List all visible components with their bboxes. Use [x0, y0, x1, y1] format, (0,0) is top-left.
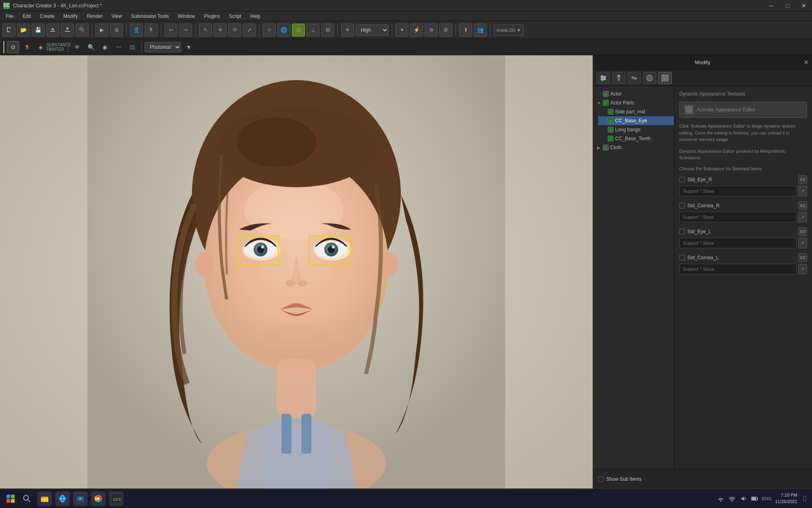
checkbox-cc-base-teeth[interactable]: ✓: [608, 136, 613, 141]
checkbox-actor[interactable]: ✓: [603, 91, 609, 97]
checkbox-std-cornea-r[interactable]: [679, 203, 685, 208]
snap-button[interactable]: ⊞: [321, 24, 334, 37]
wifi-icon[interactable]: [728, 495, 736, 503]
undo-button[interactable]: ↩: [164, 24, 177, 37]
maximize-button[interactable]: □: [780, 0, 796, 11]
tab-checker[interactable]: [658, 72, 672, 84]
world-button[interactable]: 🌐: [277, 24, 290, 37]
cloth-btn[interactable]: ◈: [35, 41, 47, 53]
viewport[interactable]: [0, 55, 593, 488]
render-arrow[interactable]: ▼: [183, 41, 195, 53]
redo-button[interactable]: ↪: [179, 24, 192, 37]
save-button[interactable]: 💾: [32, 24, 45, 37]
checkbox-long-bangs[interactable]: ✓: [608, 127, 613, 132]
people-button[interactable]: 👥: [474, 24, 487, 37]
export2-btn[interactable]: ⊡: [126, 41, 138, 53]
link-btn-std-cornea-r[interactable]: [798, 201, 807, 210]
clone-button[interactable]: ⧉: [110, 24, 123, 37]
link-btn-std-cornea-l[interactable]: [798, 253, 807, 262]
input-std-cornea-r[interactable]: [679, 212, 797, 222]
checkbox-cloth[interactable]: ✓: [603, 145, 609, 150]
menu-edit[interactable]: Edit: [18, 13, 35, 20]
export-btn-std-eye-l[interactable]: ↗: [798, 238, 807, 248]
modify-mode-btn[interactable]: ⚙: [7, 41, 19, 53]
search-button[interactable]: [19, 491, 34, 506]
settings-button[interactable]: ⚙: [439, 24, 452, 37]
export-button[interactable]: [61, 24, 74, 37]
select-button[interactable]: ↖: [199, 24, 212, 37]
input-std-cornea-l[interactable]: [679, 264, 797, 274]
input-std-eye-l[interactable]: [679, 238, 797, 248]
origin-button[interactable]: ⊡: [292, 24, 305, 37]
open-button[interactable]: 📂: [17, 24, 30, 37]
close-button[interactable]: ✕: [796, 0, 812, 11]
tree-item-cloth[interactable]: ▶ ✓ Cloth: [593, 143, 674, 152]
checkbox-actor-parts[interactable]: ✓: [603, 100, 609, 106]
taskbar-app-browser[interactable]: [55, 491, 70, 506]
link-btn-std-eye-l[interactable]: [798, 227, 807, 236]
sound-icon[interactable]: [739, 495, 747, 503]
checkbox-cc-base-eye[interactable]: ✓: [608, 118, 613, 124]
reflection-button[interactable]: ⊛: [425, 24, 438, 37]
menu-window[interactable]: Window: [174, 13, 199, 20]
instalod-label[interactable]: InstaLOD ▼: [494, 24, 524, 36]
ibl-button[interactable]: ✦: [395, 24, 408, 37]
animate-btn[interactable]: 🏃: [21, 41, 33, 53]
link-btn-std-eye-r[interactable]: [798, 175, 807, 184]
menu-create[interactable]: Create: [36, 13, 58, 20]
move-button[interactable]: ✛: [214, 24, 227, 37]
taskbar-app-cc3[interactable]: CC3: [109, 491, 123, 506]
menu-render[interactable]: Render: [82, 13, 106, 20]
pivot-button[interactable]: ⊹: [263, 24, 276, 37]
menu-script[interactable]: Script: [225, 13, 246, 20]
scale-button[interactable]: ⤢: [243, 24, 256, 37]
menu-file[interactable]: File: [2, 13, 17, 20]
pose-button[interactable]: 🏃: [145, 24, 158, 37]
tree-item-long-bangs[interactable]: ✓ Long bangs: [598, 125, 674, 134]
export-btn-std-cornea-l[interactable]: ↗: [798, 264, 807, 274]
checkbox-std-eye-r[interactable]: [679, 177, 685, 182]
menu-view[interactable]: View: [108, 13, 126, 20]
menu-plugins[interactable]: Plugins: [200, 13, 224, 20]
zoom-button[interactable]: 🔍: [85, 41, 97, 53]
character-button[interactable]: 👤: [130, 24, 143, 37]
quality-dropdown[interactable]: High Low Medium Ultra: [356, 24, 389, 36]
import-button[interactable]: [46, 24, 59, 37]
ground-button[interactable]: ⊥: [307, 24, 320, 37]
show-desktop-icon[interactable]: [801, 495, 809, 503]
checkbox-std-cornea-l[interactable]: [679, 255, 685, 261]
activate-appearance-editor-button[interactable]: Activate Appearance Editor: [679, 102, 807, 118]
taskbar-app-chrome[interactable]: [91, 491, 106, 506]
menu-submission-tools[interactable]: Submission Tools: [127, 13, 173, 20]
tab-sliders[interactable]: [596, 72, 610, 84]
render-mode-dropdown[interactable]: Photoreal Cartoon Game: [145, 42, 181, 52]
tree-item-actor-parts[interactable]: ▼ ✓ Actor Parts: [593, 98, 674, 107]
taskbar-app-explorer[interactable]: [37, 491, 52, 506]
tab-texture[interactable]: [643, 72, 657, 84]
menu-modify[interactable]: Modify: [59, 13, 82, 20]
morph-btn[interactable]: ◉: [99, 41, 111, 53]
substance-painter-btn[interactable]: SUBSTANCEPAINTER: [53, 41, 65, 53]
tree-item-side-part[interactable]: ✓ Side part_mid: [598, 107, 674, 116]
export-btn-std-cornea-r[interactable]: ↗: [798, 212, 807, 222]
hair-btn[interactable]: 〰: [112, 41, 125, 53]
rotate-button[interactable]: ⟳: [228, 24, 241, 37]
input-std-eye-r[interactable]: [679, 186, 797, 196]
spotlight-button[interactable]: ⚡: [410, 24, 423, 37]
light-button[interactable]: ☀: [341, 24, 354, 37]
tree-item-cc-base-teeth[interactable]: ✓ CC_Base_Teeth: [598, 134, 674, 143]
minimize-button[interactable]: ─: [763, 0, 780, 11]
taskbar-app-game[interactable]: [73, 491, 88, 506]
start-button[interactable]: [3, 491, 18, 506]
checkbox-side-part[interactable]: ✓: [608, 109, 613, 115]
send-button[interactable]: ▶: [95, 24, 108, 37]
arrow-button[interactable]: ⬆: [459, 24, 472, 37]
show-sub-items-toggle[interactable]: Show Sub Items: [598, 476, 641, 482]
show-sub-checkbox-box[interactable]: [598, 476, 604, 482]
tab-runner[interactable]: [612, 72, 626, 84]
menu-help[interactable]: Help: [246, 13, 264, 20]
tab-morph[interactable]: [627, 72, 641, 84]
tree-item-actor[interactable]: ✓ Actor: [593, 89, 674, 98]
usb-button[interactable]: 🔌: [76, 24, 89, 37]
battery-icon[interactable]: [751, 495, 759, 503]
